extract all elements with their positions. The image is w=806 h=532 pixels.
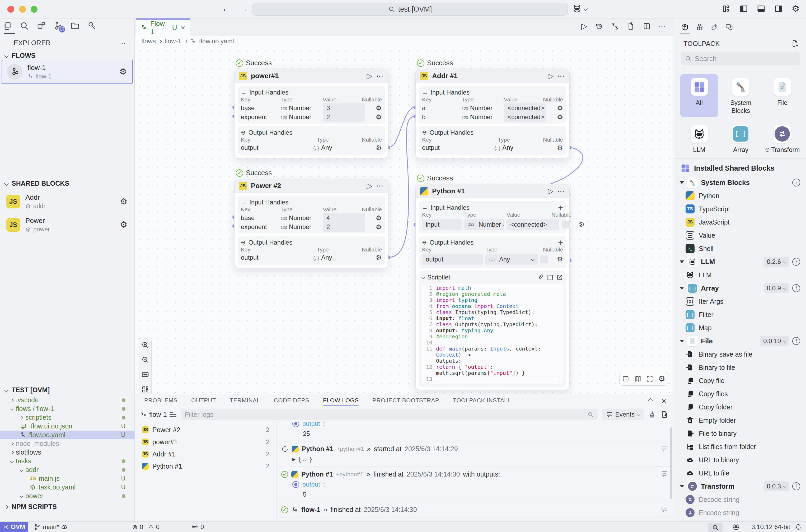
handle-value-input[interactable]: <connected>: [506, 219, 559, 230]
handle-gear-icon[interactable]: ⚙: [557, 114, 563, 120]
toolpack-item-file-to-binary[interactable]: File to binary: [674, 427, 806, 440]
toolpack-section-llm[interactable]: LLM0.2.6i: [674, 255, 806, 268]
node-run-icon[interactable]: ▷: [548, 187, 554, 195]
nullable-checkbox[interactable]: [562, 221, 570, 228]
toolpack-item-decode-string[interactable]: Decode string: [674, 493, 806, 506]
tab-bootstrap[interactable]: [710, 18, 718, 36]
shared-block-gear-icon[interactable]: ⚙: [119, 220, 128, 229]
toolpack-item-url-to-binary[interactable]: URL to binary: [674, 453, 806, 467]
git-branch-status[interactable]: main*: [34, 522, 68, 532]
zoom-in-icon[interactable]: [141, 341, 149, 349]
panel-tab-code-deps[interactable]: CODE DEPS: [274, 394, 309, 407]
handle-gear-icon[interactable]: ⚙: [376, 224, 382, 230]
section-version-dropdown[interactable]: 0.0.9: [764, 283, 789, 293]
log-comment-icon[interactable]: [661, 471, 668, 477]
handle-key-input[interactable]: input: [422, 219, 462, 230]
tree-item-scriptlets[interactable]: scriptlets: [0, 413, 134, 422]
handle-value-input[interactable]: 2: [323, 222, 365, 232]
command-search-bar[interactable]: test [OVM]: [252, 3, 568, 16]
rerun-flow-icon[interactable]: [595, 22, 603, 30]
search-sidebar-icon[interactable]: [20, 21, 29, 31]
tab-extens[interactable]: [696, 18, 704, 36]
flow-graph-icon[interactable]: [611, 22, 619, 30]
explorer-menu-icon[interactable]: ⋯: [119, 40, 127, 46]
panel-tab-project-bootstrap[interactable]: PROJECT BOOTSTRAP: [372, 394, 439, 407]
close-window-button[interactable]: [7, 6, 14, 13]
export-flow-icon[interactable]: [627, 22, 635, 30]
flow-item-flow-1[interactable]: flow-1 flow-1 ⚙: [2, 60, 133, 84]
tree-item-task.oo.yaml[interactable]: task.oo.yamlU: [0, 483, 134, 492]
panel-tab-toolpack-install[interactable]: TOOLPACK INSTALL: [453, 394, 511, 407]
node-more-icon[interactable]: ⋯: [376, 182, 384, 190]
toolpack-item-iter-args[interactable]: [x]Iter Args: [674, 295, 806, 308]
scriptlet-chevron-icon[interactable]: [421, 276, 425, 279]
toolpack-search-input[interactable]: Search: [681, 52, 800, 65]
python-runtime-status[interactable]: 3.10.12 64-bit: [751, 522, 790, 532]
tab-chat[interactable]: [725, 18, 733, 36]
toolpack-item-url-to-file[interactable]: URL to file: [674, 467, 806, 480]
handle-value-input[interactable]: 3: [323, 103, 365, 113]
flow-canvas[interactable]: ⚙ JSpower#1▷⋯→Input HandlesKeyTypeValueN…: [135, 46, 674, 394]
folder-icon[interactable]: [70, 21, 80, 31]
feedback-status[interactable]: 0: [191, 522, 204, 532]
tree-item-addr[interactable]: addr: [0, 466, 134, 474]
node-more-icon[interactable]: ⋯: [557, 187, 565, 195]
handle-value-input[interactable]: <connected>: [504, 103, 546, 113]
toolpack-item-javascript[interactable]: JSJavaScript: [674, 215, 806, 229]
log-comment-icon[interactable]: [661, 506, 668, 513]
tab-toolpack[interactable]: [681, 18, 689, 36]
node-more-icon[interactable]: ⋯: [376, 72, 384, 80]
toolpack-item-value[interactable]: Value: [674, 229, 806, 242]
fullscreen-icon[interactable]: [646, 375, 653, 382]
problems-status[interactable]: ⊗0 ⚠0: [132, 522, 159, 532]
project-section-header[interactable]: TEST [OVM]: [5, 386, 50, 394]
section-version-dropdown[interactable]: 0.0.3: [764, 481, 789, 491]
toolpack-item-encode-string[interactable]: Encode string: [674, 506, 806, 519]
clear-logs-icon[interactable]: [648, 411, 656, 418]
forward-button[interactable]: →: [239, 3, 249, 14]
toolpack-section-transform[interactable]: Transform0.0.3i: [674, 480, 806, 493]
toggle-bottom-panel-icon[interactable]: [757, 4, 765, 13]
toolpack-item-list-files-from-folder[interactable]: List files from folder: [674, 440, 806, 453]
log-block-Power-#2[interactable]: JSPower #22: [135, 424, 276, 436]
tree-item-.vscode[interactable]: .vscode: [0, 396, 134, 404]
tree-item-flows-flow-1[interactable]: flows / flow-1: [0, 404, 134, 413]
log-block-power#1[interactable]: JSpower#12: [135, 436, 276, 448]
toolpack-item-shell[interactable]: >_Shell: [674, 242, 806, 255]
toolpack-category-all[interactable]: All: [680, 74, 718, 117]
llm-status-icon[interactable]: [732, 522, 740, 532]
section-info-icon[interactable]: i: [792, 258, 800, 266]
toolpack-category-file[interactable]: File: [764, 74, 801, 117]
add-input-icon[interactable]: +: [558, 203, 563, 213]
fit-view-icon[interactable]: [141, 370, 149, 379]
toolpack-category-llm[interactable]: LLM: [680, 121, 718, 163]
toolpack-category-system-blocks[interactable]: System Blocks: [722, 74, 760, 117]
handle-value-input[interactable]: 4: [323, 213, 365, 223]
handle-key-input[interactable]: output: [422, 253, 483, 265]
section-info-icon[interactable]: i: [792, 482, 800, 490]
toolpack-item-copy-folder[interactable]: Copy folder: [674, 400, 806, 414]
toolpack-item-binary-to-file[interactable]: Binary to file: [674, 361, 806, 374]
node-header[interactable]: Python #1▷⋯: [416, 184, 569, 198]
log-entry[interactable]: ✓Sessionfc597a9c»finished at2025/6/3 14:…: [276, 517, 674, 521]
back-button[interactable]: ←: [221, 3, 231, 14]
handle-gear-icon[interactable]: ⚙: [557, 256, 563, 263]
handle-gear-icon[interactable]: ⚙: [557, 144, 563, 151]
nullable-checkbox[interactable]: [540, 255, 548, 263]
flow-node-python1[interactable]: Python #1▷⋯→Input Handles+KeyTypeValueNu…: [416, 184, 570, 390]
toolpack-item-filter[interactable]: [ ]Filter: [674, 308, 806, 321]
toolpack-item-map[interactable]: [ ]Map: [674, 321, 806, 335]
layout-grid-icon[interactable]: [722, 4, 730, 13]
npm-scripts-header[interactable]: NPM SCRIPTS: [5, 501, 135, 512]
section-info-icon[interactable]: i: [792, 178, 800, 187]
panel-tab-terminal[interactable]: TERMINAL: [230, 394, 260, 407]
section-version-dropdown[interactable]: 0.0.10: [760, 336, 789, 346]
panel-tab-problems[interactable]: PROBLEMS: [144, 394, 177, 407]
tree-item-flow.oo.yaml[interactable]: flow.oo.yamlU: [0, 431, 134, 439]
notifications-status[interactable]: [795, 522, 802, 532]
tab-flow-1[interactable]: Flow 1 U ×: [136, 18, 190, 36]
handle-gear-icon[interactable]: ⚙: [376, 104, 382, 112]
tree-item-.flow.ui.oo.json[interactable]: .flow.ui.oo.jsonU: [0, 422, 134, 431]
run-flow-icon[interactable]: ▷: [581, 22, 587, 30]
toggle-right-panel-icon[interactable]: [774, 4, 783, 13]
